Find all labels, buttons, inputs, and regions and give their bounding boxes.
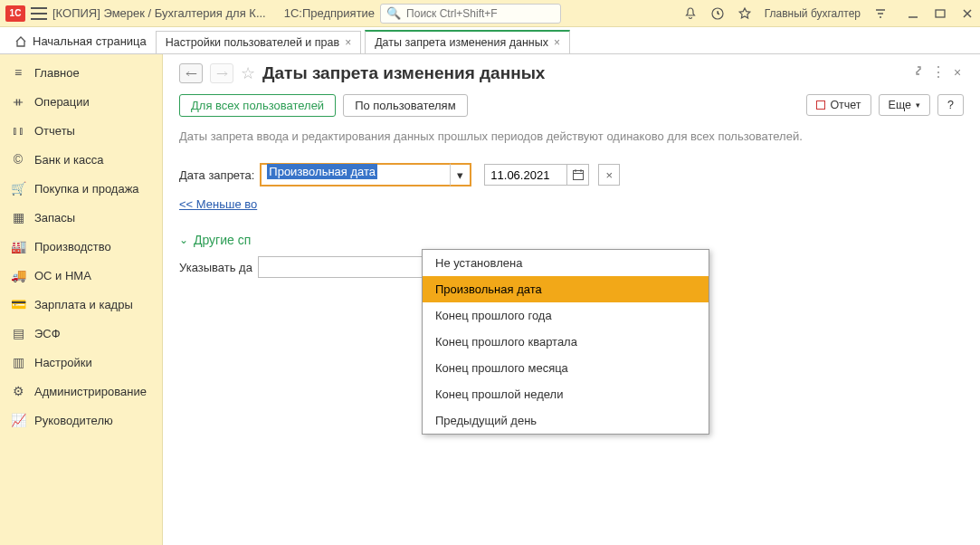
bell-icon[interactable] [683,6,698,21]
sidebar-item-assets[interactable]: 🚚ОС и НМА [0,261,162,290]
sidebar-item-bank[interactable]: ©Банк и касса [0,145,162,174]
date-lock-label: Дата запрета: [179,168,254,182]
sidebar-item-esf[interactable]: ▤ЭСФ [0,319,162,348]
titlebar: 1C [КОПИЯ] Эмерек / Бухгалтерия для К...… [0,0,980,27]
ops-icon: ᚑ [11,94,25,109]
dropdown-item[interactable]: Конец прошлого квартала [423,329,709,355]
hint-label: Указывать да [179,261,252,274]
tab-close-icon[interactable]: × [345,36,351,49]
sidebar-item-main[interactable]: ≡Главное [0,58,162,87]
dropdown-item[interactable]: Конец прошлого месяца [423,355,709,381]
calendar-icon[interactable] [567,164,589,186]
sidebar-item-label: Настройки [34,356,92,369]
dropdown-item[interactable]: Не установлена [423,250,709,276]
kebab-icon[interactable]: ⋮ [931,63,946,81]
tab-close-icon[interactable]: × [554,36,560,49]
grid-icon: ▦ [11,210,25,225]
building-icon: ▥ [11,355,25,369]
date-type-input[interactable]: Произвольная дата [260,163,450,186]
date-lock-row: Дата запрета: Произвольная дата ▾ × [179,163,964,186]
sidebar-item-payroll[interactable]: 💳Зарплата и кадры [0,290,162,319]
window-title-2: 1С:Предприятие [284,6,375,20]
search-icon: 🔍 [386,6,401,20]
dropdown-item[interactable]: Конец прошлой недели [423,381,709,407]
tab-label: Настройки пользователей и прав [166,36,339,49]
filter-tabs: Для всех пользователей По пользователям [179,94,468,117]
sidebar-item-label: Операции [34,95,90,109]
description-text: Даты запрета ввода и редактирования данн… [179,129,964,143]
sidebar-item-label: ОС и НМА [34,269,91,282]
nav-back-button[interactable]: 🡐 [179,63,203,83]
main-content: ⋮ × 🡐 🡒 ☆ Даты запрета изменения данных … [163,54,980,545]
dropdown-item[interactable]: Конец прошлого года [423,302,709,329]
card-icon: 💳 [11,297,25,311]
sidebar-item-label: ЭСФ [34,327,61,340]
star-icon[interactable] [737,6,752,21]
window-title-1: [КОПИЯ] Эмерек / Бухгалтерия для К... [52,6,266,20]
sidebar-item-operations[interactable]: ᚑОперации [0,87,162,116]
sidebar-item-label: Руководителю [34,414,113,427]
filter-by-users[interactable]: По пользователям [343,94,467,117]
sidebar-item-reports[interactable]: ⫾⫾Отчеты [0,116,162,145]
sidebar-item-stock[interactable]: ▦Запасы [0,203,162,232]
tab-dates-lock[interactable]: Даты запрета изменения данных × [365,30,570,53]
sidebar: ≡Главное ᚑОперации ⫾⫾Отчеты ©Банк и касс… [0,54,163,545]
tab-bar: Начальная страница Настройки пользовател… [0,27,980,54]
other-methods-section[interactable]: ⌄ Другие сп [179,233,964,247]
list-icon: ≡ [11,65,25,80]
sidebar-item-label: Запасы [34,211,75,225]
minimize-icon[interactable] [906,6,920,21]
nav-forward-button[interactable]: 🡒 [210,63,233,83]
bank-icon: © [11,152,25,167]
search-box[interactable]: 🔍 [380,4,561,24]
help-button[interactable]: ? [937,94,964,116]
clear-date-button[interactable]: × [598,164,620,186]
sidebar-item-admin[interactable]: ⚙Администрирование [0,377,162,406]
link-icon[interactable] [911,63,926,81]
favorite-icon[interactable]: ☆ [241,63,255,83]
less-options-link[interactable]: << Меньше во [179,197,257,211]
sidebar-item-label: Зарплата и кадры [34,298,133,311]
sidebar-item-manager[interactable]: 📈Руководителю [0,406,162,435]
filter-all-users[interactable]: Для всех пользователей [179,94,336,117]
truck-icon: 🚚 [11,268,25,282]
tab-label: Даты запрета изменения данных [375,36,548,49]
search-input[interactable] [404,6,555,21]
tab-home-label: Начальная страница [33,34,147,48]
tab-home[interactable]: Начальная страница [5,29,156,53]
gear-icon: ⚙ [11,384,25,398]
chevron-down-icon[interactable]: ▾ [450,163,471,186]
home-icon [14,35,27,48]
dropdown-item[interactable]: Произвольная дата [423,276,709,302]
date-type-combo[interactable]: Произвольная дата ▾ [260,163,471,186]
report-button[interactable]: Отчет [806,94,871,116]
page-close-icon[interactable]: × [951,65,964,81]
sidebar-item-production[interactable]: 🏭Производство [0,232,162,261]
doc-icon: ▤ [11,326,25,340]
user-name[interactable]: Главный бухгалтер [765,7,861,20]
sidebar-item-label: Производство [34,240,111,253]
menu-icon[interactable] [31,7,47,20]
close-icon[interactable] [960,6,975,21]
tab-settings-users[interactable]: Настройки пользователей и прав × [156,31,361,53]
sidebar-item-label: Покупка и продажа [34,182,139,196]
section-label: Другие сп [194,233,251,247]
page-header: 🡐 🡒 ☆ Даты запрета изменения данных [179,63,964,83]
more-button[interactable]: Еще▾ [879,94,930,116]
cart-icon: 🛒 [11,181,25,196]
history-icon[interactable] [710,6,725,21]
dropdown-item[interactable]: Предыдущий день [423,407,709,434]
factory-icon: 🏭 [11,239,25,253]
date-type-dropdown: Не установленаПроизвольная датаКонец про… [422,249,709,435]
sidebar-item-label: Банк и касса [34,153,104,167]
maximize-icon[interactable] [933,6,947,21]
sidebar-item-trade[interactable]: 🛒Покупка и продажа [0,174,162,203]
page-title: Даты запрета изменения данных [262,63,545,83]
filter-icon[interactable] [873,6,888,21]
app-logo: 1C [5,5,25,22]
sidebar-item-settings[interactable]: ▥Настройки [0,348,162,377]
svg-rect-1 [936,10,945,17]
date-input[interactable] [484,164,567,186]
svg-rect-2 [573,171,583,180]
trend-icon: 📈 [11,413,25,427]
